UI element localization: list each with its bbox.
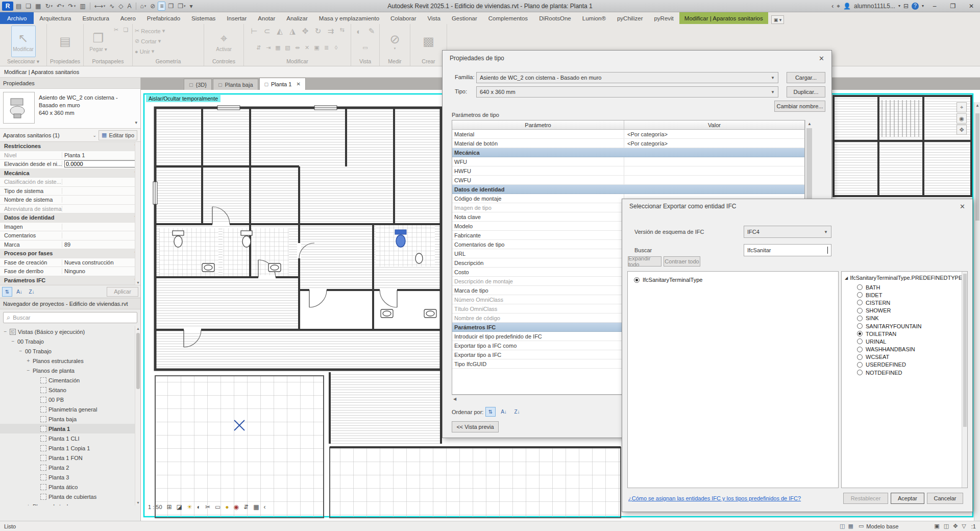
properties-section-mec-nica[interactable]: Mecánica⌃ xyxy=(0,169,140,178)
radio-selected[interactable] xyxy=(634,277,640,283)
tree-item-planta-2[interactable]: Planta 2 xyxy=(0,463,140,472)
tree-item-00-pb[interactable]: 00 PB xyxy=(0,395,140,404)
print-icon[interactable]: ▥ xyxy=(78,2,87,11)
zoom-icon[interactable]: ⌖ xyxy=(957,102,967,112)
tree-expander[interactable]: − xyxy=(18,348,23,354)
radio-userdefined[interactable] xyxy=(857,362,863,368)
tree-item-cimentaci-n[interactable]: Cimentación xyxy=(0,375,140,385)
tree-expander[interactable]: − xyxy=(3,329,8,334)
tab-dirootsone[interactable]: DiRootsOne xyxy=(533,12,577,24)
context-tab-options[interactable]: ▣ ▾ xyxy=(771,15,785,24)
property-row[interactable]: Abreviatura de sistema xyxy=(0,205,140,214)
radio-toiletpan[interactable] xyxy=(857,331,863,336)
tab-analizar[interactable]: Analizar xyxy=(281,12,313,24)
steering-wheel-icon[interactable]: ◉ xyxy=(957,113,967,124)
back-arrow-icon[interactable]: ‹ xyxy=(831,3,834,10)
predefined-option-shower[interactable]: SHOWER xyxy=(857,307,967,315)
restablecer-button[interactable]: Restablecer xyxy=(843,493,888,504)
tab-complementos[interactable]: Complementos xyxy=(483,12,533,24)
aceptar-button[interactable]: Aceptar xyxy=(891,493,924,504)
redo-icon[interactable]: ↷▾ xyxy=(67,2,78,11)
ribbon-button-cortar[interactable]: ⊘Cortar▾ xyxy=(135,37,161,45)
filter-icon[interactable]: ▽ xyxy=(962,523,966,529)
signed-in-user[interactable]: alumno111L5... xyxy=(854,3,895,10)
tab-acero[interactable]: Acero xyxy=(115,12,141,24)
tree-item-s-tano[interactable]: Sótano xyxy=(0,385,140,395)
tree-expander[interactable]: + xyxy=(26,503,31,505)
scroll-down-arrow[interactable]: ▼ xyxy=(136,501,140,504)
ribbon-button[interactable]: ▣ xyxy=(313,43,321,52)
ribbon-button[interactable]: ▩ xyxy=(416,26,441,57)
tab-estructura[interactable]: Estructura xyxy=(77,12,114,24)
radio-bidet[interactable] xyxy=(857,292,863,298)
tab-sistemas[interactable]: Sistemas xyxy=(186,12,221,24)
help-caret[interactable]: ▾ xyxy=(922,4,924,8)
tab-lumion-[interactable]: Lumion® xyxy=(577,12,611,24)
tree-item-planta-baja[interactable]: Planta baja xyxy=(0,414,140,424)
predefined-option-washhandbasin[interactable]: WASHHANDBASIN xyxy=(857,346,967,353)
workset-icon[interactable]: ◫ xyxy=(840,523,845,529)
help-icon[interactable]: ? xyxy=(912,3,919,10)
predefined-option-notdefined[interactable]: NOTDEFINED xyxy=(857,369,967,376)
pan-icon[interactable]: ✥ xyxy=(957,125,967,135)
crop-view-icon[interactable]: ✂ xyxy=(205,503,210,511)
cambiar-nombre-button[interactable]: Cambiar nombre... xyxy=(774,101,825,112)
param-row[interactable]: HWFU xyxy=(452,166,804,176)
view-tab-planta-1[interactable]: ▢Planta 1✕ xyxy=(259,78,306,90)
sort-za-button[interactable]: Z↓ xyxy=(27,287,37,297)
ribbon-button[interactable]: ≣ xyxy=(323,43,331,52)
ribbon-button[interactable]: ◐ xyxy=(353,26,364,37)
tree-item-00-trabajo[interactable]: −00 Trabajo xyxy=(0,336,140,346)
ribbon-button[interactable]: ⇆ xyxy=(338,26,346,34)
predefined-option-sink[interactable]: SINK xyxy=(857,315,967,322)
predefined-option-toiletpan[interactable]: TOILETPAN xyxy=(857,330,967,337)
measure-icon[interactable]: ⟷▾ xyxy=(93,2,107,11)
apply-button[interactable]: Aplicar xyxy=(107,287,138,297)
view-tab-planta-baja[interactable]: ▢Planta baja xyxy=(213,79,258,90)
ribbon-button[interactable]: ⌖Activar xyxy=(212,26,236,57)
radio-wcseat[interactable] xyxy=(857,354,863,360)
sort-default-button[interactable]: ⇅ xyxy=(485,407,496,417)
tab-colaborar[interactable]: Colaborar xyxy=(385,12,422,24)
canvas-scrollbar[interactable]: ▲ xyxy=(974,102,980,521)
expand-icon[interactable]: ‹ xyxy=(264,503,266,511)
tree-item-planta-1-copia-1[interactable]: Planta 1 Copia 1 xyxy=(0,443,140,453)
constraints-icon[interactable]: ▦ xyxy=(253,503,259,511)
tab-gestionar[interactable]: Gestionar xyxy=(446,12,483,24)
ribbon-button[interactable]: ↻ xyxy=(312,26,324,37)
tree-item-vistas-b-sico-y-ejecuci-n-[interactable]: −◱Vistas (Básico y ejecución) xyxy=(0,327,140,336)
ribbon-button[interactable]: ⊘▾ xyxy=(383,26,407,57)
tab-masa-y-emplazamiento[interactable]: Masa y emplazamiento xyxy=(313,12,385,24)
ribbon-button[interactable]: ▭ xyxy=(361,43,370,52)
radio-urinal[interactable] xyxy=(857,339,863,344)
properties-section-datos-de-identidad[interactable]: Datos de identidad⌃ xyxy=(0,213,140,223)
ribbon-button[interactable]: ✕ xyxy=(303,43,311,52)
predefined-option-bidet[interactable]: BIDET xyxy=(857,291,967,299)
ribbon-button[interactable]: ▤ xyxy=(53,26,78,57)
sort-az-button[interactable]: A↓ xyxy=(14,287,24,297)
crop-region-icon[interactable]: ▭ xyxy=(215,503,220,511)
ribbon-button[interactable]: ◊ xyxy=(332,43,340,52)
tree-item-planta-tico[interactable]: Planta ático xyxy=(0,482,140,492)
default-3d-view-icon[interactable]: ⌂▾ xyxy=(139,2,148,11)
ribbon-button[interactable]: ✂ xyxy=(112,26,120,34)
tree-item-planos-estructurales[interactable]: +Planos estructurales xyxy=(0,356,140,366)
ribbon-button[interactable]: ⇹ xyxy=(293,43,302,52)
tree-item-planos-de-planta[interactable]: −Planos de planta xyxy=(0,366,140,375)
revit-logo[interactable]: R xyxy=(2,2,13,11)
tipo-combo[interactable]: 640 x 360 mm▼ xyxy=(476,86,778,98)
aligned-dimension-icon[interactable]: ∿ xyxy=(108,2,116,11)
duplicar-button[interactable]: Duplicar... xyxy=(787,86,825,98)
properties-section-proceso-por-fases[interactable]: Proceso por fases⌃ xyxy=(0,249,140,258)
type-selector-card[interactable]: Asiento de WC_2 con cisterna - Basado en… xyxy=(0,89,140,129)
category-caret[interactable]: ⌄ xyxy=(93,133,97,138)
open-icon[interactable]: ❏ xyxy=(24,2,33,11)
tab-pychilizer[interactable]: pyChilizer xyxy=(611,12,649,24)
close-hidden-windows-icon[interactable]: ❐ xyxy=(166,2,175,11)
property-row[interactable]: Clasificación de siste... xyxy=(0,178,140,187)
param-row[interactable]: Material<Por categoría> xyxy=(452,130,804,139)
ribbon-button[interactable]: ▧ xyxy=(284,43,292,52)
radio-notdefined[interactable] xyxy=(857,370,863,375)
edit-type-button[interactable]: ▦ Editar tipo xyxy=(99,130,137,140)
scroll-thumb[interactable] xyxy=(136,333,140,389)
